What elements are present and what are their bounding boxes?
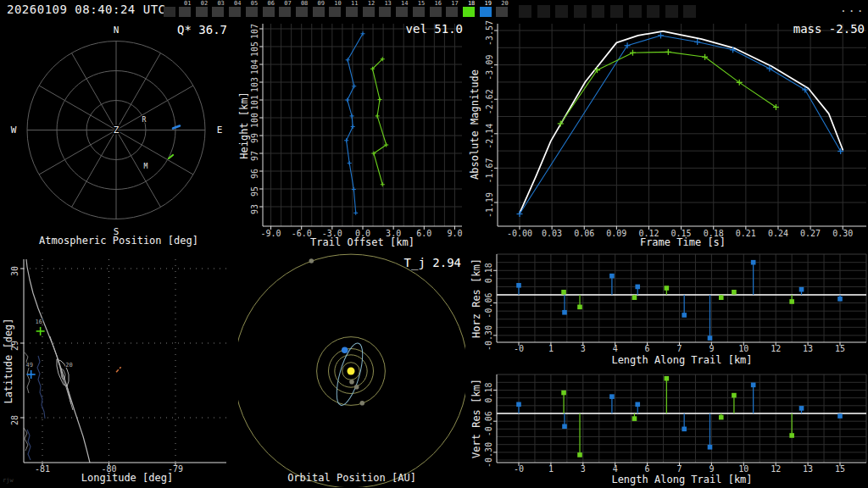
latitude-ylabel: Latitude [deg]	[2, 276, 15, 446]
frame-thumb-14[interactable]	[396, 7, 408, 17]
frame-thumb-20[interactable]	[496, 7, 508, 17]
svg-text:-2.14: -2.14	[485, 124, 494, 149]
frame-thumb-07[interactable]	[279, 7, 291, 17]
svg-text:6: 6	[645, 464, 650, 474]
frame-number: 05	[251, 0, 258, 7]
frame-thumb-17[interactable]	[446, 7, 458, 17]
frame-number: 08	[301, 0, 308, 7]
svg-text:-1.19: -1.19	[485, 192, 494, 218]
svg-text:107: 107	[250, 24, 259, 39]
watermark: rjw	[3, 477, 14, 484]
frame-thumb-empty[interactable]	[629, 5, 642, 18]
svg-text:1: 1	[548, 344, 554, 353]
svg-text:-0.06: -0.06	[484, 411, 493, 436]
horz-res-xlabel: Length Along Trail [km]	[497, 354, 867, 366]
svg-text:15: 15	[835, 344, 845, 353]
frame-thumb-16[interactable]	[430, 7, 442, 17]
frame-thumb-08[interactable]	[296, 7, 308, 17]
frame-thumb-empty[interactable]	[519, 5, 531, 18]
magnitude-ylabel: Absolute Magnitude	[468, 40, 481, 209]
frame-thumb-06[interactable]	[263, 7, 275, 17]
frame-thumb-15[interactable]	[413, 7, 425, 17]
more-frames-button[interactable]: ...	[840, 2, 865, 14]
frame-number: 01	[184, 0, 191, 7]
height-ylabel: Height [km]	[237, 41, 251, 210]
svg-text:100: 100	[250, 113, 259, 128]
frame-number: 10	[334, 0, 341, 7]
frame-thumb-19[interactable]	[480, 7, 492, 17]
svg-text:96: 96	[250, 169, 259, 179]
frame-thumb-empty[interactable]	[610, 5, 623, 18]
svg-text:6: 6	[645, 344, 650, 353]
frame-number: 12	[368, 0, 375, 7]
svg-text:-1.67: -1.67	[485, 158, 494, 183]
frame-number: 20	[501, 0, 508, 7]
frame-thumb-09[interactable]	[313, 7, 325, 17]
svg-text:93: 93	[250, 204, 259, 214]
frame-number: 06	[268, 0, 275, 7]
svg-text:7: 7	[676, 464, 682, 474]
frame-thumb-empty[interactable]	[647, 5, 659, 18]
tisserand-annotation: T_j 2.94	[359, 256, 461, 269]
svg-text:99: 99	[250, 133, 259, 143]
svg-text:10: 10	[738, 344, 748, 353]
svg-text:12: 12	[771, 464, 781, 474]
frame-thumb-empty[interactable]	[537, 5, 550, 18]
frame-number: 17	[451, 0, 458, 7]
svg-text:-0: -0	[514, 464, 524, 474]
svg-text:N: N	[114, 25, 120, 36]
svg-text:7: 7	[676, 344, 682, 353]
svg-text:104: 104	[250, 59, 259, 75]
frame-number: 03	[217, 0, 224, 7]
frame-thumb-03[interactable]	[212, 7, 224, 17]
frame-number: 09	[318, 0, 325, 7]
frame-number: 18	[468, 0, 475, 7]
svg-text:101: 101	[250, 95, 259, 110]
svg-text:9: 9	[709, 344, 714, 353]
frame-thumb-empty[interactable]	[665, 5, 678, 18]
svg-text:W: W	[11, 125, 17, 136]
frame-thumb-empty[interactable]	[555, 5, 568, 18]
svg-text:4: 4	[613, 344, 618, 353]
frame-thumb-blank[interactable]	[164, 7, 175, 17]
svg-text:10: 10	[738, 464, 748, 474]
frame-thumb-11[interactable]	[346, 7, 358, 17]
svg-text:3: 3	[581, 344, 586, 353]
svg-text:M: M	[144, 163, 148, 170]
svg-text:3: 3	[581, 464, 586, 474]
svg-text:-0.30: -0.30	[484, 442, 493, 468]
frame-thumb-empty[interactable]	[592, 5, 604, 18]
frame-thumb-05[interactable]	[246, 7, 258, 17]
frame-thumb-empty[interactable]	[683, 5, 696, 18]
svg-text:15: 15	[835, 464, 845, 474]
atmospheric-plot-title: Atmospheric Position [deg]	[0, 235, 237, 247]
frame-thumb-13[interactable]	[379, 7, 391, 17]
svg-text:105: 105	[250, 42, 259, 57]
svg-text:97: 97	[250, 151, 259, 161]
svg-text:95: 95	[250, 186, 259, 197]
svg-text:103: 103	[250, 77, 259, 92]
svg-text:13: 13	[803, 464, 813, 474]
svg-text:-0.30: -0.30	[484, 325, 493, 351]
frame-thumb-18[interactable]	[463, 7, 475, 17]
svg-text:Z: Z	[114, 125, 120, 136]
svg-text:-2.62: -2.62	[485, 89, 494, 114]
svg-text:-0.06: -0.06	[484, 293, 493, 319]
svg-text:R: R	[142, 116, 147, 124]
frame-thumb-01[interactable]	[179, 7, 191, 17]
frame-number: 04	[234, 0, 241, 7]
orbit-plot-title: Orbital Position [AU]	[237, 472, 466, 484]
frame-number: 07	[284, 0, 291, 7]
frame-thumb-02[interactable]	[196, 7, 208, 17]
svg-text:0.18: 0.18	[484, 263, 493, 283]
frame-number: 13	[384, 0, 391, 7]
svg-text:9: 9	[709, 464, 714, 474]
frame-thumb-12[interactable]	[363, 7, 375, 17]
frame-thumb-04[interactable]	[229, 7, 241, 17]
frame-thumb-empty[interactable]	[574, 5, 587, 18]
frame-number: 15	[418, 0, 425, 7]
frame-time-xlabel: Frame Time [s]	[498, 236, 868, 248]
frame-thumb-10[interactable]	[329, 7, 341, 17]
svg-text:-3.09: -3.09	[485, 55, 494, 80]
svg-text:30: 30	[10, 266, 19, 276]
